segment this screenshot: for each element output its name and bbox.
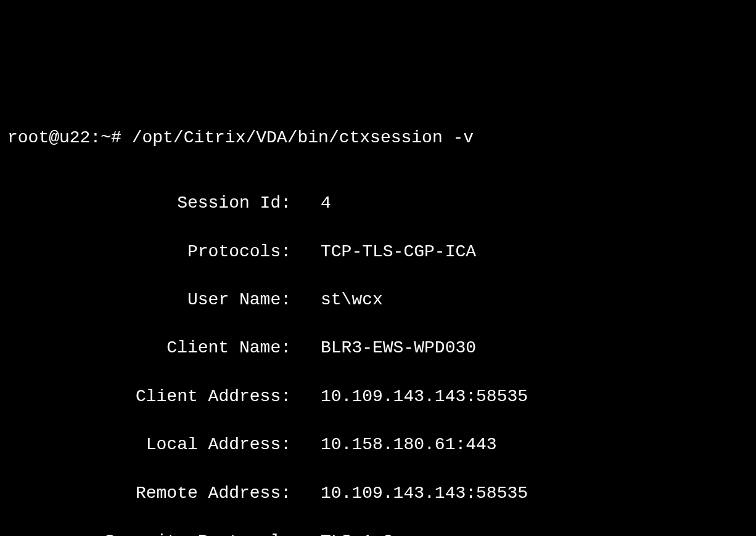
terminal-output[interactable]: root@u22:~# /opt/Citrix/VDA/bin/ctxsessi… (7, 102, 749, 536)
security-protocol-label: Security Protocol: (7, 529, 291, 536)
session-id-value: 4 (291, 191, 331, 215)
protocols-label: Protocols: (7, 240, 291, 264)
protocols-value: TCP-TLS-CGP-ICA (291, 240, 476, 264)
protocols-row: Protocols:TCP-TLS-CGP-ICA (7, 240, 749, 264)
local-address-value: 10.158.180.61:443 (291, 432, 497, 457)
session-id-label: Session Id: (7, 191, 291, 215)
client-name-label: Client Name: (7, 336, 291, 360)
user-name-row: User Name:st\wcx (7, 288, 749, 312)
client-address-label: Client Address: (7, 384, 291, 408)
user-name-label: User Name: (7, 288, 291, 312)
local-address-label: Local Address: (7, 432, 291, 457)
client-address-row: Client Address:10.109.143.143:58535 (7, 384, 749, 408)
client-name-value: BLR3-EWS-WPD030 (291, 336, 476, 360)
session-id-row: Session Id:4 (7, 191, 749, 215)
user-name-value: st\wcx (291, 288, 383, 312)
local-address-row: Local Address:10.158.180.61:443 (7, 432, 749, 457)
security-protocol-row: Security Protocol:TLSv1.2 (7, 529, 749, 536)
client-address-value: 10.109.143.143:58535 (291, 384, 528, 408)
remote-address-value: 10.109.143.143:58535 (291, 481, 528, 505)
client-name-row: Client Name:BLR3-EWS-WPD030 (7, 336, 749, 360)
security-protocol-value: TLSv1.2 (291, 529, 393, 536)
command-prompt: root@u22:~# /opt/Citrix/VDA/bin/ctxsessi… (7, 126, 749, 150)
remote-address-label: Remote Address: (7, 481, 291, 505)
remote-address-row: Remote Address:10.109.143.143:58535 (7, 481, 749, 505)
